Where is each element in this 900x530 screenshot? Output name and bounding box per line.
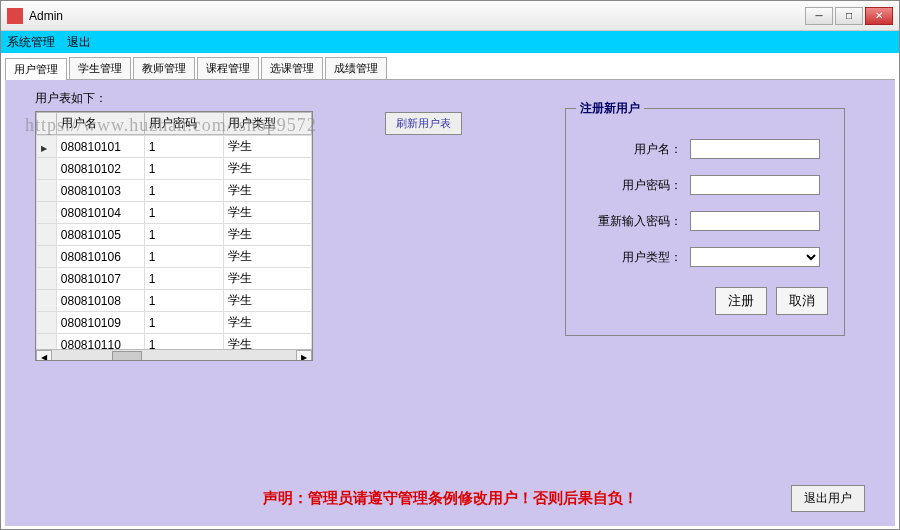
scroll-right-icon[interactable]: ▶ [296,350,312,361]
menu-system[interactable]: 系统管理 [7,34,55,51]
cell-type[interactable]: 学生 [223,224,311,246]
cell-type[interactable]: 学生 [223,312,311,334]
cell-password[interactable]: 1 [144,312,223,334]
row-selector[interactable] [37,136,57,158]
type-select[interactable] [690,247,820,267]
cell-username[interactable]: 080810102 [56,158,144,180]
watermark-text: https://www.huzhan.com/ishop9572 [25,115,317,136]
tab-body: https://www.huzhan.com/ishop9572 用户表如下： … [5,80,895,526]
password-label: 用户密码： [582,177,682,194]
table-row[interactable]: 0808101061学生 [37,246,312,268]
cell-type[interactable]: 学生 [223,136,311,158]
cell-type[interactable]: 学生 [223,180,311,202]
table-row[interactable]: 0808101021学生 [37,158,312,180]
table-row[interactable]: 0808101081学生 [37,290,312,312]
row-selector[interactable] [37,268,57,290]
maximize-button[interactable]: □ [835,7,863,25]
table-row[interactable]: 0808101041学生 [37,202,312,224]
tab-students[interactable]: 学生管理 [69,57,131,79]
cell-password[interactable]: 1 [144,268,223,290]
cell-password[interactable]: 1 [144,180,223,202]
table-heading: 用户表如下： [35,90,345,107]
cell-username[interactable]: 080810105 [56,224,144,246]
window-title: Admin [29,9,805,23]
tabs: 用户管理 学生管理 教师管理 课程管理 选课管理 成绩管理 [5,57,895,80]
username-label: 用户名： [582,141,682,158]
cell-type[interactable]: 学生 [223,268,311,290]
close-button[interactable]: ✕ [865,7,893,25]
cell-password[interactable]: 1 [144,290,223,312]
tab-enrollment[interactable]: 选课管理 [261,57,323,79]
cell-username[interactable]: 080810103 [56,180,144,202]
confirm-input[interactable] [690,211,820,231]
tab-courses[interactable]: 课程管理 [197,57,259,79]
menu-exit[interactable]: 退出 [67,34,91,51]
disclaimer-text: 声明：管理员请遵守管理条例修改用户！否则后果自负！ [5,489,895,508]
cell-username[interactable]: 080810109 [56,312,144,334]
row-selector[interactable] [37,202,57,224]
app-window: Admin ─ □ ✕ 系统管理 退出 用户管理 学生管理 教师管理 课程管理 … [0,0,900,530]
table-row[interactable]: 0808101101学生 [37,334,312,350]
cell-username[interactable]: 080810104 [56,202,144,224]
row-selector[interactable] [37,246,57,268]
scroll-thumb[interactable] [112,351,142,361]
row-selector[interactable] [37,158,57,180]
cell-type[interactable]: 学生 [223,246,311,268]
cell-password[interactable]: 1 [144,202,223,224]
scroll-left-icon[interactable]: ◀ [36,350,52,361]
minimize-button[interactable]: ─ [805,7,833,25]
cell-password[interactable]: 1 [144,136,223,158]
table-row[interactable]: 0808101071学生 [37,268,312,290]
cell-username[interactable]: 080810101 [56,136,144,158]
cell-type[interactable]: 学生 [223,290,311,312]
titlebar[interactable]: Admin ─ □ ✕ [1,1,899,31]
type-label: 用户类型： [582,249,682,266]
refresh-button[interactable]: 刷新用户表 [385,112,462,135]
cell-password[interactable]: 1 [144,224,223,246]
row-selector[interactable] [37,334,57,350]
cell-password[interactable]: 1 [144,334,223,350]
table-scroll[interactable]: 0808101011学生0808101021学生0808101031学生0808… [36,135,312,349]
cell-username[interactable]: 080810106 [56,246,144,268]
row-selector[interactable] [37,290,57,312]
row-selector[interactable] [37,312,57,334]
password-input[interactable] [690,175,820,195]
exit-user-button[interactable]: 退出用户 [791,485,865,512]
cell-password[interactable]: 1 [144,246,223,268]
content-area: 用户管理 学生管理 教师管理 课程管理 选课管理 成绩管理 https://ww… [1,53,899,529]
table-row[interactable]: 0808101011学生 [37,136,312,158]
cell-type[interactable]: 学生 [223,202,311,224]
app-icon [7,8,23,24]
table-row[interactable]: 0808101051学生 [37,224,312,246]
table-row[interactable]: 0808101091学生 [37,312,312,334]
register-panel: 注册新用户 用户名： 用户密码： 重新输入密码： 用户类型： [565,108,845,336]
cancel-button[interactable]: 取消 [776,287,828,315]
menubar: 系统管理 退出 [1,31,899,53]
row-selector[interactable] [37,180,57,202]
tab-teachers[interactable]: 教师管理 [133,57,195,79]
register-button[interactable]: 注册 [715,287,767,315]
table-row[interactable]: 0808101031学生 [37,180,312,202]
username-input[interactable] [690,139,820,159]
confirm-label: 重新输入密码： [582,213,682,230]
tab-grades[interactable]: 成绩管理 [325,57,387,79]
horizontal-scrollbar[interactable]: ◀ ▶ [36,349,312,361]
cell-username[interactable]: 080810107 [56,268,144,290]
cell-username[interactable]: 080810108 [56,290,144,312]
scroll-track[interactable] [52,350,296,361]
users-table: 用户名 用户密码 用户类型 0808101011学生0808101021学生08… [35,111,313,361]
row-selector[interactable] [37,224,57,246]
window-controls: ─ □ ✕ [805,7,893,25]
tab-users[interactable]: 用户管理 [5,58,67,80]
cell-type[interactable]: 学生 [223,158,311,180]
cell-type[interactable]: 学生 [223,334,311,350]
panel-legend: 注册新用户 [576,100,644,117]
cell-password[interactable]: 1 [144,158,223,180]
cell-username[interactable]: 080810110 [56,334,144,350]
